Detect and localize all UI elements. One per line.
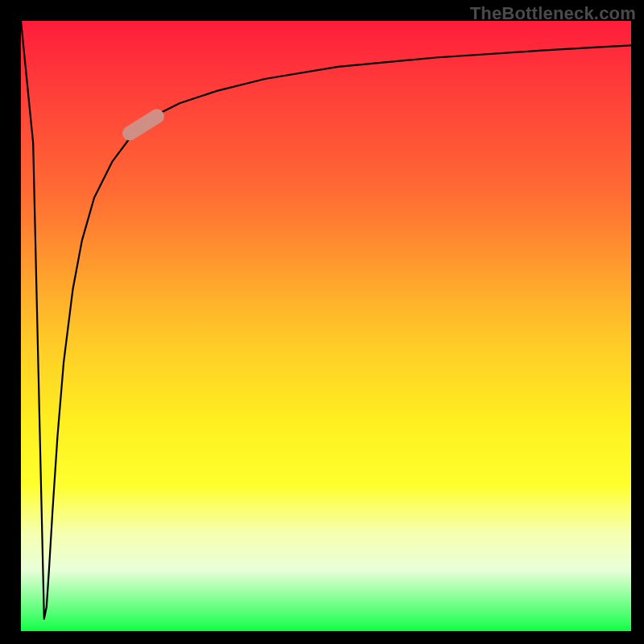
curve-svg [21,21,631,631]
chart-frame: TheBottleneck.com [0,0,644,644]
curve-path [21,21,631,619]
